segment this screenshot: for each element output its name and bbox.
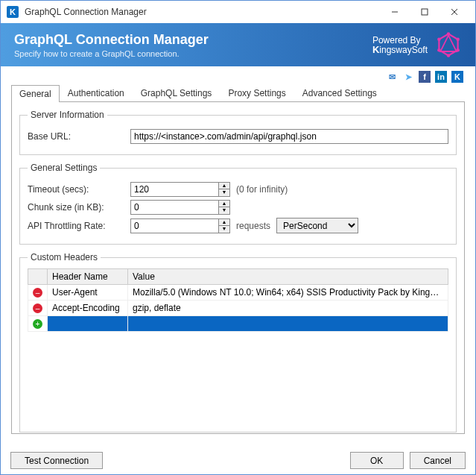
custom-headers-table: Header Name Value – User-Agent Mozilla/5… — [28, 268, 448, 332]
col-header-value: Value — [128, 269, 448, 285]
timeout-hint: (0 for infinity) — [236, 184, 288, 195]
linkedin-icon[interactable]: in — [435, 71, 447, 83]
header-value-cell[interactable]: Mozilla/5.0 (Windows NT 10.0; Win64; x64… — [128, 285, 448, 301]
close-button[interactable] — [439, 1, 469, 23]
banner-title: GraphQL Connection Manager — [14, 32, 372, 48]
general-settings-legend: General Settings — [28, 163, 100, 173]
header-value-cell-empty[interactable] — [128, 316, 448, 332]
delete-row-icon[interactable]: – — [33, 288, 42, 298]
graphql-hexagon-icon — [435, 31, 462, 58]
cancel-button[interactable]: Cancel — [410, 452, 466, 469]
svg-point-7 — [456, 38, 460, 42]
base-url-input[interactable] — [130, 129, 448, 144]
timeout-input[interactable] — [130, 182, 218, 197]
custom-headers-group: Custom Headers Header Name Value – User-… — [19, 252, 457, 432]
throttle-unit-label: requests — [236, 221, 270, 231]
maximize-button[interactable] — [410, 1, 439, 23]
custom-headers-legend: Custom Headers — [28, 252, 101, 262]
app-logo-icon: K — [7, 6, 19, 18]
banner: GraphQL Connection Manager Specify how t… — [1, 23, 475, 66]
twitter-icon[interactable]: ➤ — [402, 71, 414, 83]
timeout-label: Timeout (secs): — [28, 184, 124, 195]
tab-bar: General Authentication GraphQL Settings … — [1, 84, 475, 101]
tab-advanced-settings[interactable]: Advanced Settings — [294, 84, 385, 101]
window-title: GraphQL Connection Manager — [25, 7, 380, 17]
col-icon — [28, 269, 48, 285]
ok-button[interactable]: OK — [350, 452, 404, 469]
svg-point-10 — [437, 48, 441, 52]
test-connection-button[interactable]: Test Connection — [10, 452, 103, 469]
throttle-input[interactable] — [130, 218, 218, 233]
tab-general[interactable]: General — [11, 85, 60, 102]
delete-row-icon[interactable]: – — [33, 303, 42, 313]
svg-marker-4 — [439, 34, 457, 56]
banner-subtitle: Specify how to create a GraphQL connecti… — [14, 49, 372, 58]
table-row-new[interactable]: + — [28, 316, 448, 332]
title-bar: K GraphQL Connection Manager — [1, 1, 475, 23]
powered-by-label: Powered By KingswaySoft — [372, 36, 428, 54]
kingswaysoft-icon[interactable]: K — [451, 71, 463, 83]
table-row[interactable]: – Accept-Encoding gzip, deflate — [28, 301, 448, 316]
svg-rect-1 — [422, 9, 428, 15]
tab-graphql-settings[interactable]: GraphQL Settings — [133, 84, 220, 101]
tab-authentication[interactable]: Authentication — [60, 84, 133, 101]
header-name-cell[interactable]: Accept-Encoding — [48, 301, 128, 316]
email-icon[interactable]: ✉ — [386, 71, 398, 83]
tab-proxy-settings[interactable]: Proxy Settings — [220, 84, 293, 101]
chunk-size-spinner[interactable]: ▲▼ — [218, 200, 230, 215]
header-name-cell-empty[interactable] — [48, 316, 128, 332]
header-name-cell[interactable]: User-Agent — [48, 285, 128, 301]
server-information-group: Server Information Base URL: — [19, 110, 457, 155]
chunk-size-input[interactable] — [130, 200, 218, 215]
minimize-button[interactable] — [380, 1, 410, 23]
svg-point-8 — [456, 48, 460, 52]
svg-point-6 — [447, 32, 451, 36]
add-row-icon[interactable]: + — [33, 319, 42, 329]
facebook-icon[interactable]: f — [419, 71, 431, 83]
dialog-footer: Test Connection OK Cancel — [10, 452, 466, 469]
general-settings-group: General Settings Timeout (secs): ▲▼ (0 f… — [19, 163, 457, 245]
throttle-mode-select[interactable]: PerSecond — [276, 218, 358, 233]
table-row[interactable]: – User-Agent Mozilla/5.0 (Windows NT 10.… — [28, 285, 448, 301]
col-header-name: Header Name — [48, 269, 128, 285]
header-value-cell[interactable]: gzip, deflate — [128, 301, 448, 316]
svg-point-11 — [437, 38, 441, 42]
throttle-label: API Throttling Rate: — [28, 221, 124, 231]
timeout-spinner[interactable]: ▲▼ — [218, 182, 230, 197]
base-url-label: Base URL: — [28, 131, 124, 142]
social-links: ✉ ➤ f in K — [1, 66, 475, 84]
server-information-legend: Server Information — [28, 110, 107, 120]
tab-content-general: Server Information Base URL: General Set… — [11, 101, 465, 434]
throttle-spinner[interactable]: ▲▼ — [218, 218, 230, 233]
svg-point-9 — [447, 54, 451, 57]
chunk-size-label: Chunk size (in KB): — [28, 202, 124, 213]
